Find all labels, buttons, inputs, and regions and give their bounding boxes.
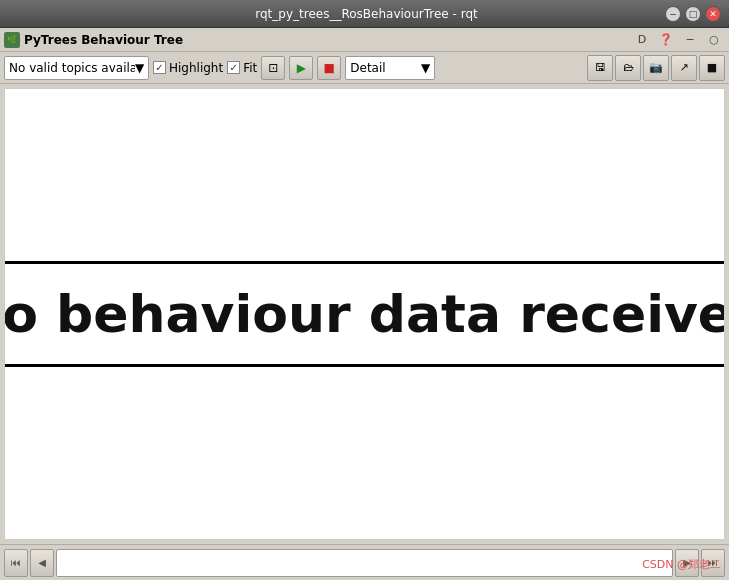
fit-checkbox[interactable]: ✓ Fit bbox=[227, 61, 257, 75]
first-button[interactable]: ⏮ bbox=[4, 549, 28, 577]
detail-dropdown[interactable]: Detail ▼ bbox=[345, 56, 435, 80]
topic-dropdown[interactable]: No valid topics availa ▼ bbox=[4, 56, 149, 80]
app-title: PyTrees Behaviour Tree bbox=[24, 33, 183, 47]
menu-bar: 🌿 PyTrees Behaviour Tree D ❓ − ○ bbox=[0, 28, 729, 52]
undock-icon[interactable]: − bbox=[679, 29, 701, 51]
highlight-checkbox[interactable]: ✓ Highlight bbox=[153, 61, 223, 75]
prev-button[interactable]: ◀ bbox=[30, 549, 54, 577]
screenshot-button[interactable]: 📷 bbox=[643, 55, 669, 81]
app-window: 🌿 PyTrees Behaviour Tree D ❓ − ○ No vali… bbox=[0, 28, 729, 580]
next-icon: ▶ bbox=[683, 557, 691, 568]
prev-icon: ◀ bbox=[38, 557, 46, 568]
stop-button[interactable]: ■ bbox=[317, 56, 341, 80]
app-icon: 🌿 bbox=[4, 32, 20, 48]
load-icon: 🗁 bbox=[623, 61, 634, 74]
screenshot-icon: 📷 bbox=[649, 61, 663, 74]
doc-icon[interactable]: D bbox=[631, 29, 653, 51]
save-icon: 🖫 bbox=[595, 61, 606, 74]
window-title: rqt_py_trees__RosBehaviourTree - rqt bbox=[68, 7, 665, 21]
play-button[interactable]: ▶ bbox=[289, 56, 313, 80]
rotate-icon: ⊡ bbox=[268, 61, 278, 75]
scroll-track[interactable] bbox=[56, 549, 673, 577]
minimize-button[interactable]: − bbox=[665, 6, 681, 22]
last-button[interactable]: ⏭ bbox=[701, 549, 725, 577]
theme-button[interactable]: ■ bbox=[699, 55, 725, 81]
toolbar: No valid topics availa ▼ ✓ Highlight ✓ F… bbox=[0, 52, 729, 84]
detail-value: Detail bbox=[350, 61, 385, 75]
topic-value: No valid topics availa bbox=[9, 61, 135, 75]
highlight-check-icon: ✓ bbox=[153, 61, 166, 74]
title-bar: rqt_py_trees__RosBehaviourTree - rqt − □… bbox=[0, 0, 729, 28]
no-data-box: No behaviour data received bbox=[4, 261, 725, 367]
load-button[interactable]: 🗁 bbox=[615, 55, 641, 81]
export-button[interactable]: ↗ bbox=[671, 55, 697, 81]
window-controls: − □ ✕ bbox=[665, 6, 721, 22]
toolbar-right-icons: 🖫 🗁 📷 ↗ ■ bbox=[587, 55, 725, 81]
detail-arrow-icon: ▼ bbox=[421, 61, 430, 75]
fit-check-icon: ✓ bbox=[227, 61, 240, 74]
highlight-label: Highlight bbox=[169, 61, 223, 75]
dropdown-arrow-icon: ▼ bbox=[135, 61, 144, 75]
last-icon: ⏭ bbox=[708, 557, 718, 568]
maximize-button[interactable]: □ bbox=[685, 6, 701, 22]
close-button[interactable]: ✕ bbox=[705, 6, 721, 22]
rotate-button[interactable]: ⊡ bbox=[261, 56, 285, 80]
save-button[interactable]: 🖫 bbox=[587, 55, 613, 81]
first-icon: ⏮ bbox=[11, 557, 21, 568]
menu-bar-right: D ❓ − ○ bbox=[631, 29, 725, 51]
theme-icon: ■ bbox=[707, 61, 717, 74]
scrollbar-area: ⏮ ◀ ▶ ⏭ bbox=[0, 544, 729, 580]
next-button[interactable]: ▶ bbox=[675, 549, 699, 577]
canvas-area: No behaviour data received bbox=[4, 88, 725, 540]
no-data-message: No behaviour data received bbox=[4, 284, 725, 344]
fit-label: Fit bbox=[243, 61, 257, 75]
export-icon: ↗ bbox=[679, 61, 688, 74]
window-icon[interactable]: ○ bbox=[703, 29, 725, 51]
help-icon[interactable]: ❓ bbox=[655, 29, 677, 51]
play-icon: ▶ bbox=[297, 61, 306, 75]
stop-icon: ■ bbox=[324, 61, 335, 75]
